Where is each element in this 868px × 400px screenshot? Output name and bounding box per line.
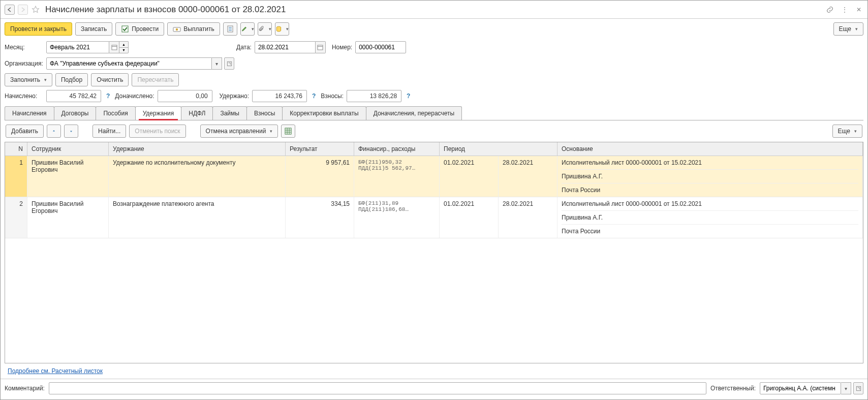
more-button[interactable]: Еще▾: [833, 22, 863, 36]
cancel-search-button[interactable]: Отменить поиск: [129, 125, 185, 138]
svg-rect-0: [122, 26, 128, 32]
contrib-value: 13 826,28: [347, 90, 401, 102]
col-deduction[interactable]: Удержание: [109, 142, 286, 156]
col-financing[interactable]: Финансир., расходы: [354, 142, 440, 156]
close-button[interactable]: ✕: [854, 6, 863, 13]
grid-more-button[interactable]: Еще▾: [832, 125, 862, 138]
main-toolbar: Провести и закрыть Записать Провести Вып…: [1, 19, 867, 39]
tab-2[interactable]: Пособия: [96, 106, 135, 120]
recalc-button[interactable]: Пересчитать: [132, 73, 179, 86]
responsible-open-icon[interactable]: [853, 382, 863, 394]
db-icon-button[interactable]: ▾: [275, 22, 289, 36]
write-button[interactable]: Записать: [75, 22, 112, 36]
help-icon[interactable]: ?: [312, 93, 316, 100]
add-row-button[interactable]: Добавить: [6, 125, 44, 138]
fill-button[interactable]: Заполнить▾: [5, 73, 52, 86]
attach-icon-button[interactable]: ▾: [258, 22, 272, 36]
date-calendar-icon[interactable]: [316, 41, 326, 53]
month-label: Месяц:: [5, 44, 43, 51]
pen-icon-button[interactable]: ▾: [240, 22, 255, 36]
window-header: Начисление зарплаты и взносов 0000-00006…: [1, 1, 867, 19]
accrued-label: Начислено:: [5, 93, 43, 100]
svg-rect-10: [318, 45, 323, 50]
footer: Комментарий: Ответственный: ▾: [1, 379, 867, 399]
table-row[interactable]: 2Пришвин Василий ЕгоровичВознаграждение …: [5, 197, 863, 238]
nav-forward-button[interactable]: [18, 5, 28, 15]
date-input[interactable]: [255, 41, 316, 53]
comment-label: Комментарий:: [5, 385, 45, 392]
find-button[interactable]: Найти...: [92, 125, 126, 138]
link-icon[interactable]: [826, 6, 835, 14]
tabs-bar: НачисленияДоговорыПособияУдержанияНДФЛЗа…: [5, 106, 863, 120]
move-down-button[interactable]: [64, 125, 78, 138]
help-icon[interactable]: ?: [106, 93, 110, 100]
deductions-grid: N Сотрудник Удержание Результат Финансир…: [5, 142, 863, 363]
kebab-menu-icon[interactable]: ⋮: [840, 6, 849, 13]
pick-button[interactable]: Подбор: [55, 73, 88, 86]
table-row[interactable]: 1Пришвин Василий ЕгоровичУдержание по ис…: [5, 156, 863, 197]
number-label: Номер:: [332, 44, 352, 51]
move-up-button[interactable]: [47, 125, 61, 138]
favorite-star-icon[interactable]: [31, 5, 40, 14]
help-icon[interactable]: ?: [407, 93, 410, 100]
org-input[interactable]: [46, 57, 212, 70]
org-label: Организация:: [5, 60, 43, 67]
post-and-close-button[interactable]: Провести и закрыть: [5, 22, 72, 36]
tab-7[interactable]: Корректировки выплаты: [282, 106, 366, 120]
withheld-value: 16 243,76: [252, 90, 307, 102]
responsible-dropdown-icon[interactable]: ▾: [841, 382, 851, 394]
col-n[interactable]: N: [5, 142, 27, 156]
org-open-icon[interactable]: [224, 57, 234, 70]
tab-6[interactable]: Взносы: [246, 106, 283, 120]
number-input[interactable]: [355, 41, 406, 53]
tab-3[interactable]: Удержания: [135, 106, 182, 120]
tab-8[interactable]: Доначисления, перерасчеты: [366, 106, 462, 120]
tab-0[interactable]: Начисления: [5, 106, 54, 120]
post-button-label: Провести: [132, 25, 159, 33]
grid-settings-button[interactable]: [281, 125, 295, 138]
tab-4[interactable]: НДФЛ: [181, 106, 213, 120]
svg-rect-13: [285, 128, 291, 134]
clear-button[interactable]: Очистить: [91, 73, 129, 86]
extra-value: 0,00: [158, 90, 212, 102]
tab-5[interactable]: Займы: [212, 106, 247, 120]
extra-label: Доначислено:: [115, 93, 154, 100]
post-button[interactable]: Провести: [115, 22, 164, 36]
grid-toolbar: Добавить Найти... Отменить поиск Отмена …: [1, 120, 867, 142]
responsible-input[interactable]: [760, 382, 841, 394]
accrued-value: 45 782,42: [46, 90, 101, 102]
contrib-label: Взносы:: [321, 93, 344, 100]
payslip-link[interactable]: Подробнее см. Расчетный листок: [8, 367, 103, 375]
svg-rect-18: [856, 386, 860, 390]
nav-back-button[interactable]: [5, 5, 15, 15]
report-icon-button[interactable]: [223, 22, 237, 36]
comment-input[interactable]: [49, 382, 706, 394]
calendar-icon[interactable]: [109, 41, 119, 53]
cancel-fix-button[interactable]: Отмена исправлений▾: [200, 125, 278, 138]
date-label: Дата:: [236, 44, 252, 51]
svg-point-2: [176, 28, 178, 30]
col-base[interactable]: Основание: [557, 142, 863, 156]
pay-button-label: Выплатить: [183, 25, 214, 33]
col-employee[interactable]: Сотрудник: [27, 142, 109, 156]
month-input[interactable]: [46, 41, 109, 53]
tab-1[interactable]: Договоры: [54, 106, 97, 120]
col-result[interactable]: Результат: [286, 142, 354, 156]
pay-button[interactable]: Выплатить: [167, 22, 220, 36]
col-period[interactable]: Период: [440, 142, 557, 156]
responsible-label: Ответственный:: [710, 385, 756, 392]
withheld-label: Удержано:: [220, 93, 249, 100]
svg-rect-12: [227, 61, 231, 66]
window-title: Начисление зарплаты и взносов 0000-00006…: [45, 5, 286, 15]
svg-rect-8: [112, 45, 117, 50]
month-spinner[interactable]: ▲▼: [119, 41, 129, 53]
org-dropdown-icon[interactable]: ▾: [212, 57, 222, 70]
